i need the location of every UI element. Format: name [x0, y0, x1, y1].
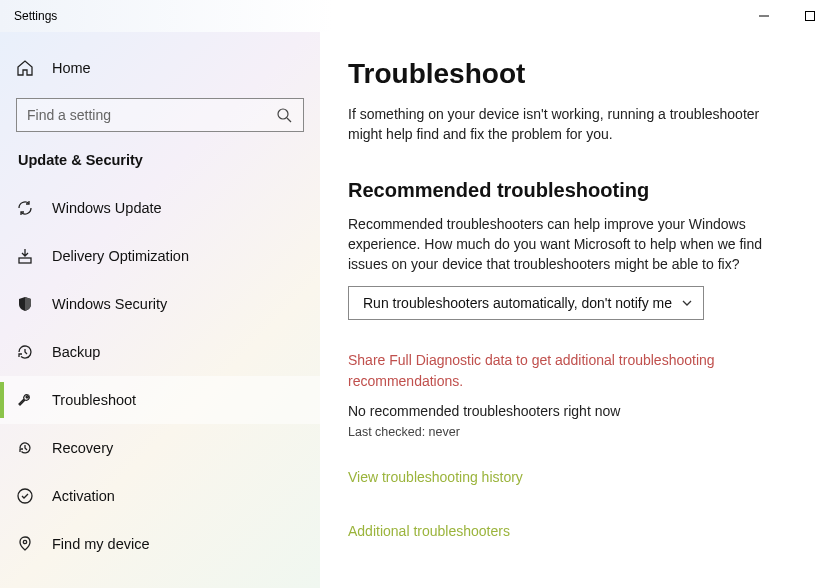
sidebar-item-label: Delivery Optimization: [52, 248, 189, 264]
sidebar: Home Update & Security Windows Update: [0, 32, 320, 588]
sidebar-item-find-my-device[interactable]: Find my device: [0, 520, 320, 568]
last-checked-text: Last checked: never: [348, 425, 803, 439]
location-icon: [16, 535, 34, 553]
sidebar-item-label: Backup: [52, 344, 100, 360]
recommended-description: Recommended troubleshooters can help imp…: [348, 214, 788, 275]
sidebar-item-label: Windows Update: [52, 200, 162, 216]
page-title: Troubleshoot: [348, 58, 803, 90]
dropdown-value: Run troubleshooters automatically, don't…: [363, 295, 672, 311]
titlebar: Settings: [0, 0, 833, 32]
svg-point-5: [18, 489, 32, 503]
wrench-icon: [16, 391, 34, 409]
maximize-icon: [805, 11, 815, 21]
minimize-icon: [759, 11, 769, 21]
recovery-icon: [16, 439, 34, 457]
check-circle-icon: [16, 487, 34, 505]
sidebar-item-activation[interactable]: Activation: [0, 472, 320, 520]
svg-line-3: [287, 118, 291, 122]
diagnostic-warning-link[interactable]: Share Full Diagnostic data to get additi…: [348, 350, 768, 391]
svg-rect-4: [19, 258, 31, 263]
window-title: Settings: [14, 9, 57, 23]
page-subtitle: If something on your device isn't workin…: [348, 104, 788, 145]
sidebar-item-label: Recovery: [52, 440, 113, 456]
search-icon: [275, 106, 293, 124]
sidebar-item-label: Activation: [52, 488, 115, 504]
sync-icon: [16, 199, 34, 217]
sidebar-item-recovery[interactable]: Recovery: [0, 424, 320, 472]
recommended-heading: Recommended troubleshooting: [348, 179, 803, 202]
backup-icon: [16, 343, 34, 361]
sidebar-item-windows-security[interactable]: Windows Security: [0, 280, 320, 328]
search-field[interactable]: [27, 107, 275, 123]
chevron-down-icon: [681, 297, 693, 309]
sidebar-item-windows-update[interactable]: Windows Update: [0, 184, 320, 232]
troubleshooter-preference-dropdown[interactable]: Run troubleshooters automatically, don't…: [348, 286, 704, 320]
search-input[interactable]: [16, 98, 304, 132]
svg-point-2: [278, 109, 288, 119]
sidebar-item-label: Troubleshoot: [52, 392, 136, 408]
additional-troubleshooters-link[interactable]: Additional troubleshooters: [348, 523, 803, 539]
svg-rect-1: [806, 12, 815, 21]
sidebar-item-backup[interactable]: Backup: [0, 328, 320, 376]
minimize-button[interactable]: [741, 0, 787, 32]
home-label: Home: [52, 60, 91, 76]
sidebar-item-label: Find my device: [52, 536, 150, 552]
sidebar-section-title: Update & Security: [0, 152, 320, 184]
no-recommended-text: No recommended troubleshooters right now: [348, 403, 803, 419]
sidebar-item-label: Windows Security: [52, 296, 167, 312]
shield-icon: [16, 295, 34, 313]
view-history-link[interactable]: View troubleshooting history: [348, 469, 803, 485]
sidebar-item-delivery-optimization[interactable]: Delivery Optimization: [0, 232, 320, 280]
download-icon: [16, 247, 34, 265]
sidebar-item-troubleshoot[interactable]: Troubleshoot: [0, 376, 320, 424]
svg-point-6: [23, 540, 26, 543]
maximize-button[interactable]: [787, 0, 833, 32]
home-button[interactable]: Home: [0, 48, 320, 88]
main-content: Troubleshoot If something on your device…: [320, 32, 833, 588]
home-icon: [16, 59, 34, 77]
